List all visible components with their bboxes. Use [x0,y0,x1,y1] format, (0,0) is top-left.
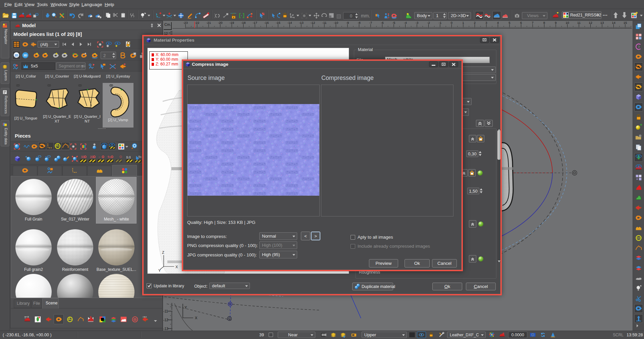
svg-text:2D: 2D [15,54,18,57]
svg-text:$: $ [503,332,504,335]
svg-text:9±: 9± [108,155,111,159]
svg-text:3D: 3D [23,54,27,57]
svg-text:1:1: 1:1 [126,155,131,159]
svg-text:X: X [175,265,178,269]
svg-text:X: X [195,316,198,320]
svg-text:Y: Y [184,305,187,309]
svg-text:Z: Z [162,250,164,254]
svg-text:~: ~ [99,155,100,159]
svg-text:9±: 9± [138,155,142,158]
